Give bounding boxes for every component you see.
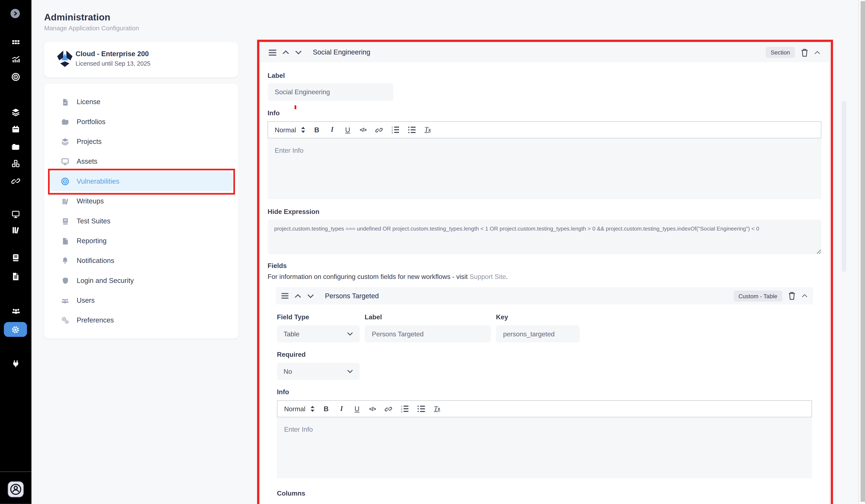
section-type-badge: Section xyxy=(766,47,795,58)
move-up-button[interactable] xyxy=(295,294,301,298)
sidebar-item-label: Reporting xyxy=(77,237,106,245)
sidebar-item-reporting[interactable]: Reporting xyxy=(44,231,239,251)
rail-divider xyxy=(0,471,31,472)
italic-button[interactable]: I xyxy=(328,126,336,134)
sidebar-item-label: Assets xyxy=(77,158,97,166)
rich-text-toolbar: Normal B I U </> 123 Tx xyxy=(277,400,812,417)
plug-icon[interactable] xyxy=(0,359,31,368)
calendar-icon[interactable] xyxy=(0,125,31,134)
trash-icon[interactable] xyxy=(801,48,808,56)
move-up-button[interactable] xyxy=(282,50,289,55)
books-icon[interactable] xyxy=(0,225,31,235)
users-group-icon xyxy=(61,296,69,305)
hide-expression-label: Hide Expression xyxy=(267,208,821,215)
users-icon[interactable] xyxy=(0,306,31,316)
bold-button[interactable]: B xyxy=(323,405,330,413)
sidebar-item-notifications[interactable]: Notifications xyxy=(44,251,239,271)
chevron-right-icon xyxy=(13,11,18,16)
hide-expression-textarea[interactable]: project.custom.testing_types === undefin… xyxy=(267,219,821,254)
gear-icon xyxy=(11,325,20,334)
folder-icon[interactable] xyxy=(0,142,31,151)
underline-button[interactable]: U xyxy=(344,126,351,134)
app-viewport: Administration Manage Application Config… xyxy=(0,0,865,504)
sidebar-item-test-suites[interactable]: Test Suites xyxy=(44,211,239,231)
sidebar-item-portfolios[interactable]: Portfolios xyxy=(44,112,239,132)
sidebar-item-label: Users xyxy=(77,296,95,304)
document-icon[interactable] xyxy=(0,272,31,281)
sidebar-item-license[interactable]: License xyxy=(44,92,239,112)
fields-help-text: For information on configuring custom fi… xyxy=(267,273,821,281)
license-tier-name: Cloud - Enterprise 200 xyxy=(76,50,149,58)
user-avatar-icon xyxy=(10,483,22,495)
sidebar-item-label: Projects xyxy=(77,138,102,145)
support-site-link[interactable]: Support Site xyxy=(470,273,506,281)
underline-button[interactable]: U xyxy=(353,405,360,413)
sidebar-item-preferences[interactable]: Preferences xyxy=(44,310,239,330)
drag-handle-icon[interactable] xyxy=(281,293,289,299)
layers-icon[interactable] xyxy=(0,107,31,117)
code-button[interactable]: </> xyxy=(359,127,367,133)
apps-grid-icon[interactable] xyxy=(0,37,31,47)
svg-text:3: 3 xyxy=(391,131,393,134)
sidebar-item-users[interactable]: Users xyxy=(44,291,239,310)
collapse-section-button[interactable] xyxy=(814,50,820,54)
format-select[interactable]: Normal xyxy=(284,405,314,413)
collapse-field-button[interactable] xyxy=(801,294,808,298)
section-info-editor[interactable]: Enter Info xyxy=(267,138,821,199)
bullet-list-button[interactable] xyxy=(417,405,425,413)
code-button[interactable]: </> xyxy=(369,406,376,412)
analytics-icon[interactable] xyxy=(0,55,31,64)
ordered-list-button[interactable]: 123 xyxy=(391,126,399,134)
browser-scrollbar-thumb[interactable] xyxy=(861,1,865,502)
trash-icon[interactable] xyxy=(788,292,796,300)
sidebar-item-vulnerabilities[interactable]: Vulnerabilities xyxy=(50,172,233,191)
field-key-input[interactable] xyxy=(496,325,580,342)
sidebar-item-assets[interactable]: Assets xyxy=(44,152,239,172)
section-header: Social Engineering Section xyxy=(260,43,829,62)
drag-handle-icon[interactable] xyxy=(269,49,277,56)
reporting-icon xyxy=(61,236,69,245)
sidebar-item-projects[interactable]: Projects xyxy=(44,132,239,151)
italic-button[interactable]: I xyxy=(338,405,345,413)
ordered-list-button[interactable]: 123 xyxy=(400,405,408,413)
link-button[interactable] xyxy=(375,126,383,134)
sidebar-item-login-security[interactable]: Login and Security xyxy=(44,271,239,291)
svg-text:3: 3 xyxy=(401,410,402,413)
browser-scrollbar[interactable] xyxy=(858,0,865,504)
vulnerabilities-icon xyxy=(61,177,69,186)
left-icon-rail xyxy=(0,0,31,504)
shield-icon xyxy=(61,276,69,285)
field-type-select[interactable]: Table xyxy=(277,325,360,342)
field-label-label: Label xyxy=(365,313,491,321)
projects-icon xyxy=(61,137,69,146)
test-suites-icon xyxy=(61,216,69,225)
move-down-button[interactable] xyxy=(295,50,302,55)
chevron-down-icon xyxy=(347,370,353,373)
bullet-list-button[interactable] xyxy=(407,126,416,134)
section-label-input[interactable] xyxy=(267,83,393,101)
move-down-button[interactable] xyxy=(307,294,314,298)
clear-format-button[interactable]: Tx xyxy=(433,405,440,413)
field-info-editor[interactable]: Enter Info xyxy=(277,417,812,478)
monitor-icon[interactable] xyxy=(0,210,31,219)
required-select[interactable]: No xyxy=(277,363,360,380)
section-title: Social Engineering xyxy=(313,49,370,56)
target-icon[interactable] xyxy=(0,72,31,82)
book-icon[interactable] xyxy=(0,253,31,262)
notifications-icon xyxy=(61,256,69,265)
sidebar-item-label: Test Suites xyxy=(77,217,110,225)
field-editor-panel: Persons Targeted Custom - Table Field Ty… xyxy=(276,288,813,497)
sidebar-item-writeups[interactable]: Writeups xyxy=(44,191,239,211)
link-icon[interactable] xyxy=(0,176,31,186)
clear-format-button[interactable]: Tx xyxy=(424,126,431,134)
page-subtitle: Manage Application Configuration xyxy=(44,25,139,31)
format-select[interactable]: Normal xyxy=(275,126,305,134)
link-button[interactable] xyxy=(384,405,392,413)
expand-rail-button[interactable] xyxy=(11,9,20,18)
bold-button[interactable]: B xyxy=(313,126,320,134)
user-avatar-button[interactable] xyxy=(8,481,24,497)
field-label-input[interactable] xyxy=(365,325,491,342)
modules-icon[interactable] xyxy=(0,159,31,168)
panel-scrollbar-thumb[interactable] xyxy=(842,101,846,272)
settings-rail-active-button[interactable] xyxy=(4,322,27,337)
